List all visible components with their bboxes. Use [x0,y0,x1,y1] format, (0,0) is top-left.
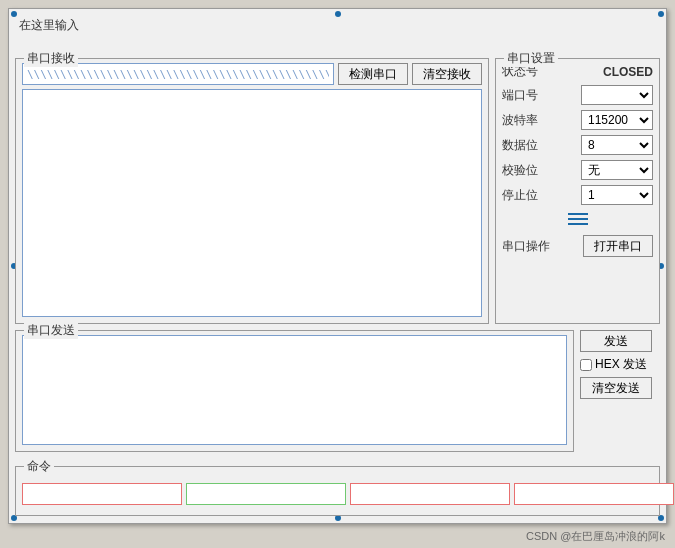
parity-select[interactable]: 无 奇 偶 [581,160,653,180]
serial-settings-title: 串口设置 [504,50,558,67]
command-input-3[interactable] [350,483,510,505]
serial-send-title: 串口发送 [24,322,78,339]
send-button[interactable]: 发送 [580,330,652,352]
serial-receive-title: 串口接收 [24,50,78,67]
port-label: 端口号 [502,87,540,104]
baudrate-row: 波特率 115200 9600 19200 38400 57600 [502,110,653,130]
command-section: 命令 发送 [15,466,660,516]
databits-select[interactable]: 8 7 6 5 [581,135,653,155]
send-textarea[interactable] [22,335,567,445]
corner-dot-tm [335,11,341,17]
port-row: 端口号 COM1 COM2 COM3 [502,85,653,105]
baudrate-select[interactable]: 115200 9600 19200 38400 57600 [581,110,653,130]
receive-top-row: 检测串口 清空接收 [22,63,482,85]
databits-label: 数据位 [502,137,540,154]
databits-row: 数据位 8 7 6 5 [502,135,653,155]
corner-dot-tr [658,11,664,17]
corner-dot-tl [11,11,17,17]
serial-send-group: 串口发送 [15,330,574,452]
serial-settings-group: 串口设置 状态号 CLOSED 端口号 COM1 COM2 COM3 [495,58,660,324]
receive-textarea[interactable] [22,89,482,317]
flow-icon [566,210,590,228]
stopbits-label: 停止位 [502,187,540,204]
detect-port-button[interactable]: 检测串口 [338,63,408,85]
footer-text: CSDN @在巴厘岛冲浪的阿k [526,529,665,544]
command-input-1[interactable] [22,483,182,505]
hex-send-label: HEX 发送 [595,356,647,373]
send-buttons-panel: 发送 HEX 发送 清空发送 [580,330,660,452]
status-value: CLOSED [603,65,653,79]
stopbits-row: 停止位 1 2 [502,185,653,205]
clear-send-button[interactable]: 清空发送 [580,377,652,399]
command-title: 命令 [24,458,54,475]
stopbits-select[interactable]: 1 2 [581,185,653,205]
window-title: 在这里输入 [15,15,660,36]
serial-ops-label: 串口操作 [502,238,550,255]
baudrate-label: 波特率 [502,112,540,129]
serial-receive-group: 串口接收 检测串口 清空接收 [15,58,489,324]
command-input-4[interactable] [514,483,674,505]
arrow-icon [502,210,653,233]
hex-send-checkbox[interactable] [580,359,592,371]
main-window: 在这里输入 串口接收 检测串口 清空接收 串口设置 [8,8,667,524]
serial-ops-row: 串口操作 打开串口 [502,235,653,257]
port-select[interactable]: COM1 COM2 COM3 [581,85,653,105]
command-row: 发送 [22,475,653,513]
parity-label: 校验位 [502,162,540,179]
open-port-button[interactable]: 打开串口 [583,235,653,257]
clear-receive-button[interactable]: 清空接收 [412,63,482,85]
command-input-2[interactable] [186,483,346,505]
hex-send-row: HEX 发送 [580,356,660,373]
parity-row: 校验位 无 奇 偶 [502,160,653,180]
